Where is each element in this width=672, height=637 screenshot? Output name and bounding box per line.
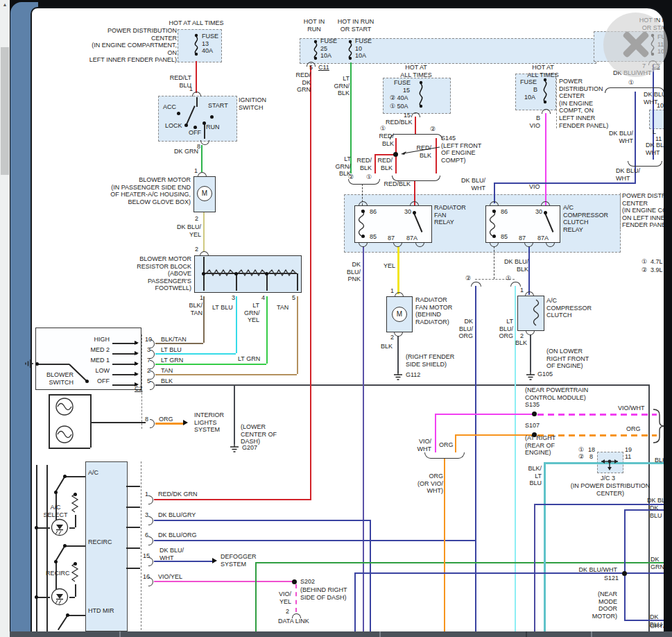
wire — [112, 364, 137, 365]
merge-arc — [628, 161, 662, 167]
ground-label: G112 — [406, 371, 420, 379]
pin-label: 3 — [145, 511, 148, 519]
hot-label: HOT AT ALL TIMES — [399, 64, 433, 78]
wire — [49, 394, 50, 448]
wire-label: LT GRN — [161, 357, 183, 364]
arrow-icon — [135, 351, 139, 355]
motor-icon: M — [197, 186, 212, 201]
pin-label: 10 — [657, 102, 664, 110]
contact-dot — [361, 210, 365, 213]
wire-label: YEL — [381, 262, 395, 270]
wire-label: ORG — [626, 425, 641, 433]
wire-label: BLK — [161, 377, 173, 385]
wire — [126, 568, 140, 569]
connector-line — [141, 461, 141, 630]
pin-label: 2 — [390, 334, 394, 341]
wire-label: DK BLU/ WHT — [608, 130, 633, 144]
pin-label: 87A — [537, 235, 549, 242]
wire-label: RED/ BLK — [354, 157, 372, 171]
lamp-icon — [55, 425, 74, 444]
wire — [528, 246, 530, 295]
wire-label: LT BLU/ ORG — [495, 318, 513, 340]
wire-label: RED/ BLK — [374, 157, 393, 171]
pin-label: 5 — [292, 294, 295, 302]
hot-label: HOT AT ALL TIMES — [526, 64, 560, 78]
wire-label: DK BLU/WHT — [576, 566, 617, 574]
resistor-icon — [71, 494, 78, 515]
component-label: A/C SELECT — [40, 504, 71, 518]
fuse-label: ① 50A — [390, 103, 408, 110]
wire-label: TAN — [277, 304, 288, 312]
legend-circled: ① — [641, 258, 647, 266]
component-label: A/C COMPRESSOR CLUTCH — [546, 297, 592, 319]
wire — [46, 465, 48, 631]
contact-dot — [35, 526, 38, 529]
pin-label: 2 — [286, 608, 289, 615]
contact-dot — [66, 613, 69, 617]
contact-dot — [361, 235, 365, 238]
motor-icon: M — [392, 307, 407, 322]
ground-icon — [393, 372, 403, 380]
hot-label: HOT AT ALL TIMES — [160, 19, 233, 27]
section-label: A/C — [88, 469, 98, 477]
wire — [126, 547, 140, 549]
wire-label: ORG (OR VIO/ WHT) — [414, 473, 443, 495]
circled-number: ① — [380, 125, 386, 133]
wire — [90, 394, 92, 448]
connector-arc — [395, 292, 404, 297]
wire — [494, 182, 636, 184]
hot-label: HOT IN RUN OR START — [334, 18, 377, 33]
wire-label: BLK/TAN — [161, 336, 187, 343]
contact-dot — [544, 211, 547, 214]
connector-arc — [307, 62, 316, 67]
contact-dot — [54, 491, 58, 494]
merge-arc — [424, 452, 465, 459]
wire-label: DK BLU/ WHT — [160, 547, 184, 561]
contact-dot — [63, 544, 67, 547]
pin-label: 1 — [390, 287, 394, 295]
wire — [203, 212, 205, 252]
wire — [370, 520, 371, 631]
legend-text: 3.9L — [651, 266, 663, 274]
wire — [397, 336, 399, 373]
taskbar-separator — [526, 631, 527, 637]
component-label: BLOWER SWITCH — [43, 371, 74, 386]
fuse-label: 10A — [524, 94, 535, 101]
contact-dot — [35, 595, 38, 599]
fuse-icon — [192, 33, 200, 57]
label-bracket — [556, 78, 557, 128]
close-button[interactable] — [603, 12, 668, 77]
pin-label: 85 — [370, 233, 377, 241]
fuse-label: 15 — [403, 87, 410, 94]
scroll-up-icon[interactable]: ▲ — [0, 0, 10, 11]
arrow-icon — [135, 372, 139, 376]
fuse-label: B — [533, 86, 537, 94]
contact-dot — [492, 210, 496, 213]
wire-label: LT BLU — [212, 304, 233, 312]
wire-label: VIO — [529, 183, 540, 191]
fuse-label: FUSE — [394, 79, 411, 87]
splice-label: S121 — [604, 575, 619, 582]
legend-circled: ② — [641, 266, 647, 274]
wire-label: RED/DK GRN — [158, 491, 198, 498]
scrollbar[interactable]: ▲ — [0, 0, 10, 637]
wire-label: RED/LT BLU — [158, 74, 191, 89]
contact-dot — [54, 560, 58, 563]
circled-number: ① — [506, 275, 511, 282]
wire-label: DK BLU/ PNK — [338, 261, 361, 283]
wire — [154, 520, 370, 521]
connector-arc — [410, 201, 419, 206]
pin-label: 1 — [520, 287, 524, 294]
contact-dot — [35, 362, 39, 366]
fuse-icon — [346, 40, 354, 60]
wire — [415, 117, 416, 134]
wire-label: LT GRN/ BLK — [327, 75, 350, 97]
wire — [310, 66, 311, 499]
contact-dot — [74, 562, 77, 566]
scrollbar-thumb[interactable] — [1, 47, 9, 175]
pin-label: 3 — [232, 294, 235, 302]
wire — [354, 572, 356, 631]
component-label: RADIATOR FAN MOTOR (BEHIND RADIATOR) — [415, 296, 452, 325]
connector-arc — [525, 291, 534, 296]
contact-dot — [492, 235, 496, 238]
